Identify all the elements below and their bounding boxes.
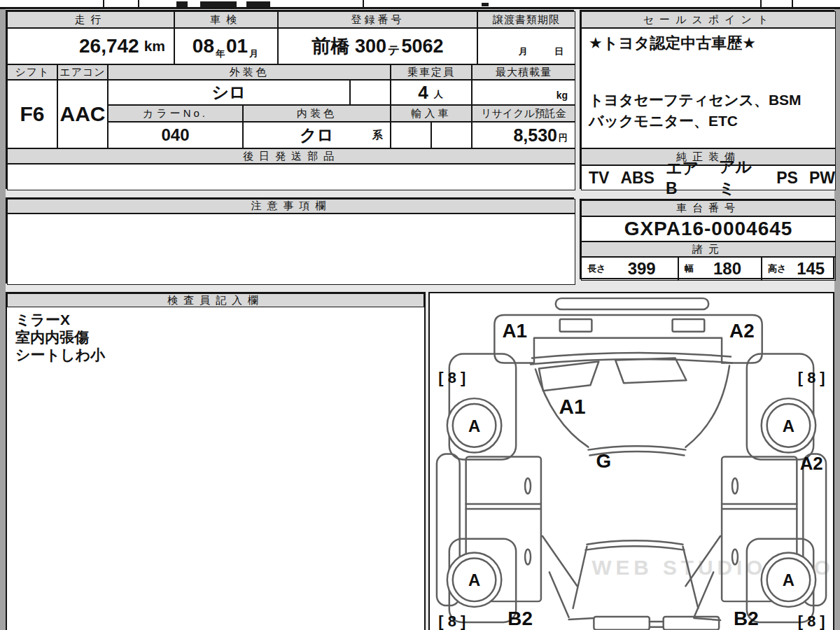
transfer-deadline-value: 月 日 [477, 28, 575, 64]
equipment-header: 純正装備 [581, 148, 836, 165]
cutoff-divider [103, 0, 104, 8]
equipment-item: エアB [666, 158, 708, 198]
color-no-header: カラーNo. [108, 105, 243, 122]
inspector-line-2: 室内内張傷 [15, 328, 433, 346]
max-load-unit: kg [556, 90, 568, 101]
later-parts-header: 後日発送部品 [7, 148, 575, 164]
equipment-item: ABS [620, 169, 654, 188]
inspector-panel: 検査員記入欄 ミラーX 室内内張傷 シートしわ小 [6, 292, 426, 630]
cutoff-divider [363, 0, 364, 8]
mileage-header: 走行 [7, 11, 174, 28]
corner-label-front-left: [ 8 ] [438, 369, 465, 386]
windshield-right-edge [685, 365, 729, 447]
equipment-value: TV ABS エアB アルミ PS PW [581, 165, 836, 190]
import-car-cell-left [391, 122, 431, 148]
max-load-header: 最大積載量 [472, 64, 575, 80]
wiper-right [615, 358, 686, 384]
spec-height: 高さ 145 [762, 257, 836, 281]
rear-window-left-edge [573, 547, 587, 608]
cutoff-text-fragment [482, 3, 489, 6]
mileage-number: 26,742 [79, 35, 139, 57]
recycle-unit: 円 [559, 132, 568, 148]
rear-window-arcs [585, 540, 684, 550]
cutoff-text-fragment [176, 1, 188, 7]
spec-height-label: 高さ [768, 262, 786, 275]
sales-line-1: ★トヨタ認定中古車歴★ [589, 33, 756, 54]
shift-value: F6 [7, 80, 57, 148]
spec-height-value: 145 [786, 259, 835, 279]
cutoff-text-fragment [200, 1, 237, 7]
sales-point-header: セールスポイント [581, 11, 836, 28]
spec-length-value: 399 [606, 259, 678, 279]
inspection-year-unit: 年 [216, 48, 225, 64]
notes-body [7, 214, 575, 285]
label-front-right: A2 [729, 320, 755, 342]
capacity-header: 乗車定員 [391, 64, 472, 80]
capacity-unit: 人 [434, 88, 443, 104]
recycle-deposit-value: 8,530 円 [472, 122, 575, 148]
interior-color-value: クロ 系 [243, 122, 391, 148]
c-pillar-left [542, 536, 578, 617]
capacity-number: 4 [418, 82, 428, 104]
door-handle-rear-left [525, 550, 531, 565]
corner-label-rear-left: [ 8 ] [438, 612, 465, 630]
label-front-left: A1 [502, 320, 527, 342]
mileage-value: 26,742 km [7, 28, 174, 64]
transfer-month-unit: 月 [519, 46, 528, 58]
aircon-value: AAC [57, 80, 108, 148]
inspection-month: 01 [226, 35, 248, 57]
door-handle-front-left [525, 478, 531, 493]
wheel-label-rear-left: A [468, 570, 480, 589]
rear-bumper-lines [569, 618, 720, 627]
interior-color-name: クロ [244, 122, 390, 148]
import-car-cell-right [431, 122, 472, 148]
wheel-label-front-left: A [468, 416, 480, 435]
label-rear-right: B2 [734, 608, 759, 629]
inspector-line-1: ミラーX [15, 311, 433, 328]
cutoff-text-fragment [246, 1, 270, 7]
inspector-body: ミラーX 室内内張傷 シートしわ小 [7, 307, 433, 363]
aircon-header: エアコン [57, 64, 108, 80]
equipment-item: アルミ [719, 156, 765, 200]
inspection-year: 08 [192, 35, 214, 57]
spec-length: 長さ 399 [581, 257, 678, 281]
auction-sheet: { "colors":{"header_bg":"#d8d8d8","borde… [0, 0, 840, 630]
later-parts-value [7, 164, 575, 190]
max-load-value: kg [472, 80, 575, 105]
interior-color-header: 内装色 [243, 105, 391, 122]
sales-line-2: トヨタセーフティセンス、BSM [589, 90, 802, 110]
recycle-deposit-header: リサイクル預託金 [472, 105, 575, 122]
exterior-color-value: シロ [108, 80, 350, 105]
label-hood: A1 [559, 395, 586, 418]
notes-panel: 注意事項欄 [6, 197, 574, 284]
registration-value: 前橋 300 テ 5062 [278, 28, 477, 64]
cutoff-row [0, 0, 840, 9]
corner-label-rear-right: [ 8 ] [798, 612, 825, 630]
door-gap-right [722, 504, 797, 509]
shift-header: シフト [7, 64, 57, 80]
transfer-deadline-header: 譲渡書類期限 [477, 11, 575, 28]
equipment-item: TV [589, 169, 609, 188]
cowl-band [531, 353, 732, 364]
chassis-value: GXPA16-0004645 [581, 216, 836, 241]
chassis-panel: 車台番号 GXPA16-0004645 諸元 長さ 399 幅 180 高さ 1… [580, 199, 834, 279]
equipment-item: PS [776, 169, 798, 188]
exterior-color-extra-cell [350, 80, 391, 105]
transfer-day-unit: 日 [554, 46, 564, 58]
inspection-value: 08 年 01 月 [174, 28, 278, 64]
cutoff-divider [792, 0, 793, 8]
car-diagram-panel: WEB STUDIO.PRO [428, 292, 834, 630]
inspection-header: 車検 [174, 11, 278, 28]
recycle-number: 8,530 [513, 125, 557, 146]
notes-header: 注意事項欄 [7, 199, 575, 214]
inspector-header: 検査員記入欄 [7, 293, 424, 307]
inspection-month-unit: 月 [249, 48, 258, 64]
spec-width: 幅 180 [678, 257, 762, 281]
color-no-value: 040 [108, 122, 243, 148]
cutoff-divider [760, 0, 762, 8]
sales-point-body: ★トヨタ認定中古車歴★ トヨタセーフティセンス、BSM バックモニター、ETC [581, 28, 836, 148]
interior-color-suffix: 系 [372, 129, 383, 142]
exterior-color-header: 外装色 [108, 64, 391, 80]
registration-kana: テ [388, 42, 400, 64]
registration-prefix: 前橋 300 [312, 34, 386, 59]
